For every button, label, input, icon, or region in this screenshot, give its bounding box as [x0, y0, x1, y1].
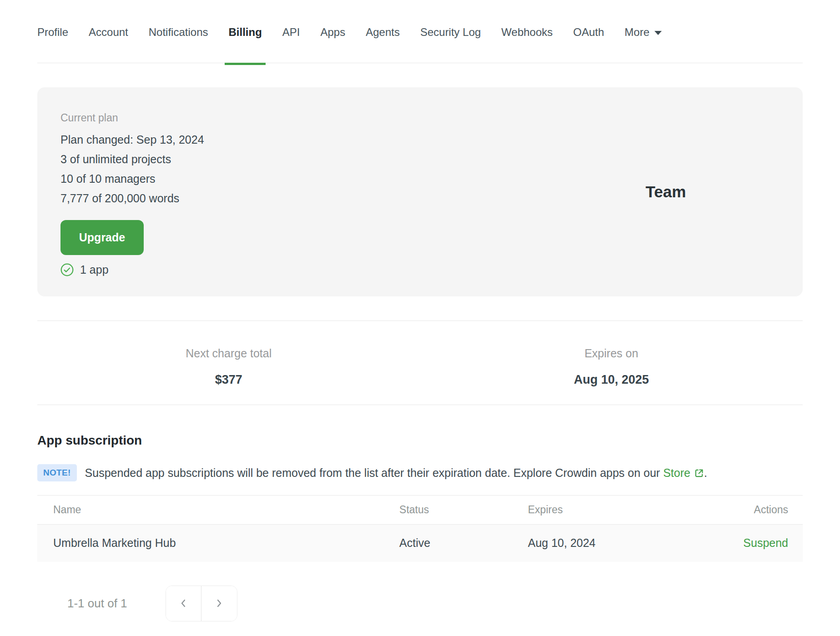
tab-api[interactable]: API: [282, 25, 300, 39]
tab-security-log[interactable]: Security Log: [420, 25, 481, 39]
cell-status: Active: [399, 525, 528, 562]
external-link-icon: [694, 468, 704, 478]
cell-expires: Aug 10, 2024: [528, 525, 678, 562]
more-label: More: [624, 25, 649, 39]
tab-oauth[interactable]: OAuth: [573, 25, 604, 39]
upgrade-button[interactable]: Upgrade: [60, 220, 144, 255]
tab-notifications[interactable]: Notifications: [149, 25, 208, 39]
pager-buttons: [166, 586, 237, 621]
note-text: Suspended app subscriptions will be remo…: [85, 466, 707, 480]
apps-count-line: 1 app: [60, 262, 803, 277]
plan-changed-text: Plan changed: Sep 13, 2024: [60, 130, 803, 150]
header-name: Name: [37, 496, 399, 525]
current-plan-card: Current plan Plan changed: Sep 13, 2024 …: [37, 87, 803, 296]
table-row: Umbrella Marketing Hub Active Aug 10, 20…: [37, 525, 803, 562]
chevron-right-icon: [214, 598, 224, 609]
expires-value: Aug 10, 2025: [420, 372, 803, 387]
projects-usage-text: 3 of unlimited projects: [60, 150, 803, 169]
next-charge-block: Next charge total $377: [37, 346, 420, 387]
next-page-button[interactable]: [201, 586, 237, 621]
billing-settings-page: Profile Account Notifications Billing AP…: [0, 0, 840, 621]
app-subscription-title: App subscription: [37, 432, 803, 449]
header-expires: Expires: [528, 496, 678, 525]
app-subscription-table: Name Status Expires Actions Umbrella Mar…: [37, 495, 803, 562]
tab-apps[interactable]: Apps: [321, 25, 346, 39]
prev-page-button[interactable]: [166, 586, 201, 621]
section-divider: [37, 405, 803, 405]
suspend-link[interactable]: Suspend: [743, 536, 788, 549]
settings-tab-bar: Profile Account Notifications Billing AP…: [37, 0, 803, 63]
store-link[interactable]: Store: [663, 466, 690, 479]
tab-profile[interactable]: Profile: [37, 25, 68, 39]
expires-block: Expires on Aug 10, 2025: [420, 346, 803, 387]
chevron-left-icon: [178, 598, 188, 609]
cell-app-name: Umbrella Marketing Hub: [37, 525, 399, 562]
header-status: Status: [399, 496, 528, 525]
header-actions: Actions: [678, 496, 803, 525]
note-badge: NOTE!: [37, 464, 77, 481]
check-circle-icon: [60, 263, 74, 276]
note-message: Suspended app subscriptions will be remo…: [85, 466, 660, 479]
billing-summary: Next charge total $377 Expires on Aug 10…: [37, 321, 803, 405]
expires-label: Expires on: [420, 346, 803, 360]
chevron-down-icon: [654, 31, 662, 35]
next-charge-value: $377: [37, 372, 420, 387]
tab-billing[interactable]: Billing: [228, 25, 262, 39]
pagination: 1-1 out of 1: [37, 586, 803, 621]
current-plan-label: Current plan: [60, 111, 803, 125]
tab-agents[interactable]: Agents: [366, 25, 400, 39]
table-header-row: Name Status Expires Actions: [37, 496, 803, 525]
note-line: NOTE! Suspended app subscriptions will b…: [37, 464, 803, 481]
apps-count-label: 1 app: [80, 263, 109, 276]
plan-name: Team: [620, 183, 711, 201]
pagination-summary: 1-1 out of 1: [67, 596, 127, 611]
tab-account[interactable]: Account: [89, 25, 128, 39]
next-charge-label: Next charge total: [37, 346, 420, 360]
tab-webhooks[interactable]: Webhooks: [501, 25, 553, 39]
tab-more[interactable]: More: [624, 25, 662, 39]
note-suffix: .: [704, 466, 707, 479]
